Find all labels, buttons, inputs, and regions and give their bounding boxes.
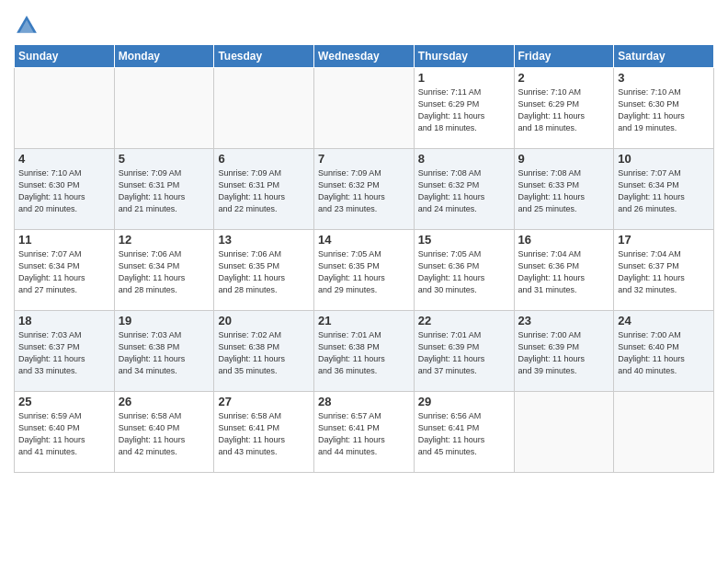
logo: [14, 13, 43, 39]
weekday-header-thursday: Thursday: [414, 45, 514, 68]
calendar-cell: 9Sunrise: 7:08 AM Sunset: 6:33 PM Daylig…: [514, 149, 614, 230]
calendar-cell: 2Sunrise: 7:10 AM Sunset: 6:29 PM Daylig…: [514, 68, 614, 149]
calendar-cell: 24Sunrise: 7:00 AM Sunset: 6:40 PM Dayli…: [614, 311, 714, 392]
day-info: Sunrise: 7:06 AM Sunset: 6:34 PM Dayligh…: [119, 248, 210, 296]
calendar-cell: 13Sunrise: 7:06 AM Sunset: 6:35 PM Dayli…: [214, 230, 314, 311]
calendar-cell: [214, 68, 314, 149]
day-info: Sunrise: 7:08 AM Sunset: 6:32 PM Dayligh…: [418, 167, 510, 215]
day-number: 17: [618, 233, 710, 247]
weekday-header-saturday: Saturday: [614, 45, 714, 68]
day-number: 1: [418, 71, 510, 85]
day-info: Sunrise: 7:09 AM Sunset: 6:31 PM Dayligh…: [218, 167, 310, 215]
calendar-cell: 17Sunrise: 7:04 AM Sunset: 6:37 PM Dayli…: [614, 230, 714, 311]
day-info: Sunrise: 7:10 AM Sunset: 6:30 PM Dayligh…: [618, 86, 710, 134]
day-info: Sunrise: 7:07 AM Sunset: 6:34 PM Dayligh…: [18, 248, 110, 296]
weekday-header-sunday: Sunday: [15, 45, 115, 68]
day-info: Sunrise: 7:02 AM Sunset: 6:38 PM Dayligh…: [218, 329, 310, 377]
weekday-header-row: SundayMondayTuesdayWednesdayThursdayFrid…: [15, 45, 714, 68]
calendar-cell: 16Sunrise: 7:04 AM Sunset: 6:36 PM Dayli…: [514, 230, 614, 311]
day-number: 23: [518, 314, 610, 327]
generalblue-logo-icon: [14, 13, 40, 39]
day-info: Sunrise: 6:57 AM Sunset: 6:41 PM Dayligh…: [318, 410, 410, 458]
calendar-cell: 12Sunrise: 7:06 AM Sunset: 6:34 PM Dayli…: [114, 230, 214, 311]
day-number: 10: [618, 152, 710, 166]
day-number: 21: [318, 314, 410, 327]
calendar-cell: [314, 68, 415, 149]
day-info: Sunrise: 6:59 AM Sunset: 6:40 PM Dayligh…: [18, 410, 110, 458]
calendar-cell: 1Sunrise: 7:11 AM Sunset: 6:29 PM Daylig…: [414, 68, 514, 149]
calendar-cell: 7Sunrise: 7:09 AM Sunset: 6:32 PM Daylig…: [314, 149, 415, 230]
calendar-cell: 27Sunrise: 6:58 AM Sunset: 6:41 PM Dayli…: [214, 392, 314, 473]
week-row-1: 1Sunrise: 7:11 AM Sunset: 6:29 PM Daylig…: [15, 68, 714, 149]
calendar-cell: 5Sunrise: 7:09 AM Sunset: 6:31 PM Daylig…: [114, 149, 214, 230]
weekday-header-monday: Monday: [114, 45, 214, 68]
day-info: Sunrise: 7:07 AM Sunset: 6:34 PM Dayligh…: [618, 167, 710, 215]
week-row-5: 25Sunrise: 6:59 AM Sunset: 6:40 PM Dayli…: [15, 392, 714, 473]
calendar-table: SundayMondayTuesdayWednesdayThursdayFrid…: [14, 44, 714, 473]
day-number: 13: [218, 233, 310, 247]
day-number: 5: [119, 152, 210, 166]
day-info: Sunrise: 7:00 AM Sunset: 6:39 PM Dayligh…: [518, 329, 610, 377]
day-number: 20: [218, 314, 310, 327]
calendar-cell: 23Sunrise: 7:00 AM Sunset: 6:39 PM Dayli…: [514, 311, 614, 392]
day-number: 6: [218, 152, 310, 166]
day-number: 24: [618, 314, 710, 327]
calendar-cell: 22Sunrise: 7:01 AM Sunset: 6:39 PM Dayli…: [414, 311, 514, 392]
day-info: Sunrise: 7:01 AM Sunset: 6:38 PM Dayligh…: [318, 329, 410, 377]
day-number: 19: [119, 314, 210, 327]
calendar-cell: 26Sunrise: 6:58 AM Sunset: 6:40 PM Dayli…: [114, 392, 214, 473]
calendar-cell: 29Sunrise: 6:56 AM Sunset: 6:41 PM Dayli…: [414, 392, 514, 473]
calendar-cell: 6Sunrise: 7:09 AM Sunset: 6:31 PM Daylig…: [214, 149, 314, 230]
day-number: 8: [418, 152, 510, 166]
day-info: Sunrise: 7:05 AM Sunset: 6:36 PM Dayligh…: [418, 248, 510, 296]
header: [14, 9, 714, 39]
day-info: Sunrise: 7:00 AM Sunset: 6:40 PM Dayligh…: [618, 329, 710, 377]
day-info: Sunrise: 7:01 AM Sunset: 6:39 PM Dayligh…: [418, 329, 510, 377]
day-number: 7: [318, 152, 410, 166]
day-number: 27: [218, 395, 310, 408]
calendar-cell: [15, 68, 115, 149]
day-number: 25: [18, 395, 110, 408]
day-info: Sunrise: 7:05 AM Sunset: 6:35 PM Dayligh…: [318, 248, 410, 296]
calendar-cell: 4Sunrise: 7:10 AM Sunset: 6:30 PM Daylig…: [15, 149, 115, 230]
calendar-cell: 21Sunrise: 7:01 AM Sunset: 6:38 PM Dayli…: [314, 311, 415, 392]
day-number: 12: [119, 233, 210, 247]
day-info: Sunrise: 6:56 AM Sunset: 6:41 PM Dayligh…: [418, 410, 510, 458]
calendar-cell: 3Sunrise: 7:10 AM Sunset: 6:30 PM Daylig…: [614, 68, 714, 149]
day-number: 16: [518, 233, 610, 247]
day-info: Sunrise: 6:58 AM Sunset: 6:41 PM Dayligh…: [218, 410, 310, 458]
week-row-3: 11Sunrise: 7:07 AM Sunset: 6:34 PM Dayli…: [15, 230, 714, 311]
weekday-header-friday: Friday: [514, 45, 614, 68]
calendar-cell: 8Sunrise: 7:08 AM Sunset: 6:32 PM Daylig…: [414, 149, 514, 230]
calendar-cell: 15Sunrise: 7:05 AM Sunset: 6:36 PM Dayli…: [414, 230, 514, 311]
day-info: Sunrise: 7:10 AM Sunset: 6:30 PM Dayligh…: [18, 167, 110, 215]
day-info: Sunrise: 7:04 AM Sunset: 6:36 PM Dayligh…: [518, 248, 610, 296]
day-number: 9: [518, 152, 610, 166]
page: SundayMondayTuesdayWednesdayThursdayFrid…: [0, 0, 728, 563]
calendar-cell: 18Sunrise: 7:03 AM Sunset: 6:37 PM Dayli…: [15, 311, 115, 392]
calendar-cell: 11Sunrise: 7:07 AM Sunset: 6:34 PM Dayli…: [15, 230, 115, 311]
day-number: 28: [318, 395, 410, 408]
day-number: 22: [418, 314, 510, 327]
day-number: 26: [119, 395, 210, 408]
day-number: 15: [418, 233, 510, 247]
day-info: Sunrise: 7:11 AM Sunset: 6:29 PM Dayligh…: [418, 86, 510, 134]
weekday-header-wednesday: Wednesday: [314, 45, 415, 68]
week-row-2: 4Sunrise: 7:10 AM Sunset: 6:30 PM Daylig…: [15, 149, 714, 230]
calendar-cell: 19Sunrise: 7:03 AM Sunset: 6:38 PM Dayli…: [114, 311, 214, 392]
day-number: 2: [518, 71, 610, 85]
day-info: Sunrise: 7:03 AM Sunset: 6:38 PM Dayligh…: [119, 329, 210, 377]
day-number: 11: [18, 233, 110, 247]
calendar-cell: 20Sunrise: 7:02 AM Sunset: 6:38 PM Dayli…: [214, 311, 314, 392]
calendar-cell: 28Sunrise: 6:57 AM Sunset: 6:41 PM Dayli…: [314, 392, 415, 473]
day-number: 14: [318, 233, 410, 247]
week-row-4: 18Sunrise: 7:03 AM Sunset: 6:37 PM Dayli…: [15, 311, 714, 392]
day-number: 18: [18, 314, 110, 327]
calendar-cell: 25Sunrise: 6:59 AM Sunset: 6:40 PM Dayli…: [15, 392, 115, 473]
day-number: 4: [18, 152, 110, 166]
day-number: 3: [618, 71, 710, 85]
day-info: Sunrise: 7:06 AM Sunset: 6:35 PM Dayligh…: [218, 248, 310, 296]
calendar-cell: 14Sunrise: 7:05 AM Sunset: 6:35 PM Dayli…: [314, 230, 415, 311]
calendar-cell: [514, 392, 614, 473]
day-info: Sunrise: 7:10 AM Sunset: 6:29 PM Dayligh…: [518, 86, 610, 134]
